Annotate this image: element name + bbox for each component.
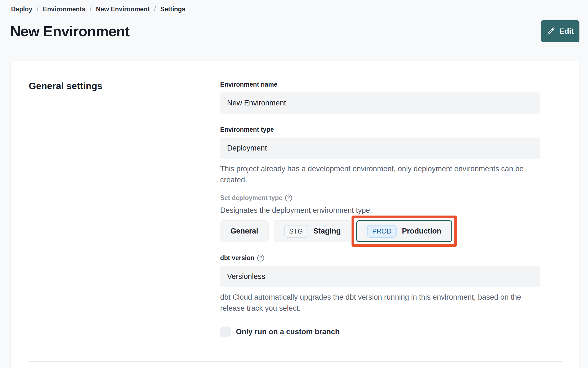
dbt-version-label-text: dbt version <box>220 254 254 262</box>
deployment-type-label-text: Set deployment type <box>220 194 282 202</box>
deployment-type-option-general[interactable]: General <box>220 220 269 242</box>
dbt-version-value: Versionless <box>227 272 265 281</box>
deployment-type-option-production[interactable]: PROD Production <box>356 220 452 242</box>
general-option-label: General <box>230 227 258 235</box>
environment-name-input[interactable]: New Environment <box>220 92 540 114</box>
page-header: New Environment Edit <box>10 20 579 42</box>
breadcrumb-item-deploy[interactable]: Deploy <box>11 6 32 13</box>
section-divider <box>28 361 563 362</box>
help-icon[interactable]: ? <box>285 195 292 201</box>
prod-badge: PROD <box>367 225 397 238</box>
environment-type-helper-text: This project already has a development e… <box>220 163 540 185</box>
deployment-type-label: Set deployment type ? <box>220 194 540 202</box>
settings-form: Environment name New Environment Environ… <box>220 80 540 337</box>
help-icon[interactable]: ? <box>257 255 264 261</box>
edit-button-label: Edit <box>559 27 574 36</box>
production-option-label: Production <box>402 227 441 235</box>
dbt-version-input[interactable]: Versionless <box>220 266 540 287</box>
edit-button[interactable]: Edit <box>541 20 579 42</box>
environment-name-value: New Environment <box>227 99 286 107</box>
general-settings-card: General settings Environment name New En… <box>10 61 579 368</box>
custom-branch-label: Only run on a custom branch <box>236 328 340 336</box>
environment-type-label: Environment type <box>220 125 540 134</box>
dbt-version-helper-text: dbt Cloud automatically upgrades the dbt… <box>220 292 540 314</box>
environment-type-input[interactable]: Deployment <box>220 138 540 159</box>
dbt-version-label: dbt version ? <box>220 254 540 262</box>
custom-branch-row: Only run on a custom branch <box>220 326 540 337</box>
stg-badge: STG <box>284 225 308 238</box>
section-title: General settings <box>29 80 220 337</box>
environment-type-value: Deployment <box>227 144 267 152</box>
production-option-wrapper: PROD Production <box>356 220 452 242</box>
breadcrumb: Deploy / Environments / New Environment … <box>10 4 579 13</box>
page-title: New Environment <box>10 23 130 40</box>
staging-option-label: Staging <box>313 227 341 235</box>
breadcrumb-separator: / <box>154 6 156 13</box>
custom-branch-checkbox[interactable] <box>220 326 231 337</box>
deployment-type-option-staging[interactable]: STG Staging <box>274 220 351 242</box>
card-grid: General settings Environment name New En… <box>11 61 579 337</box>
deployment-type-options: General STG Staging PROD Production <box>220 220 540 242</box>
breadcrumb-item-environments[interactable]: Environments <box>43 6 85 13</box>
page: Deploy / Environments / New Environment … <box>0 0 588 368</box>
breadcrumb-separator: / <box>37 6 38 13</box>
pencil-icon <box>547 27 555 36</box>
environment-name-label: Environment name <box>220 80 540 89</box>
deployment-type-description: Designates the deployment environment ty… <box>220 205 540 215</box>
breadcrumb-separator: / <box>90 6 91 13</box>
breadcrumb-item-new-environment[interactable]: New Environment <box>96 6 150 13</box>
breadcrumb-item-settings[interactable]: Settings <box>160 6 186 13</box>
